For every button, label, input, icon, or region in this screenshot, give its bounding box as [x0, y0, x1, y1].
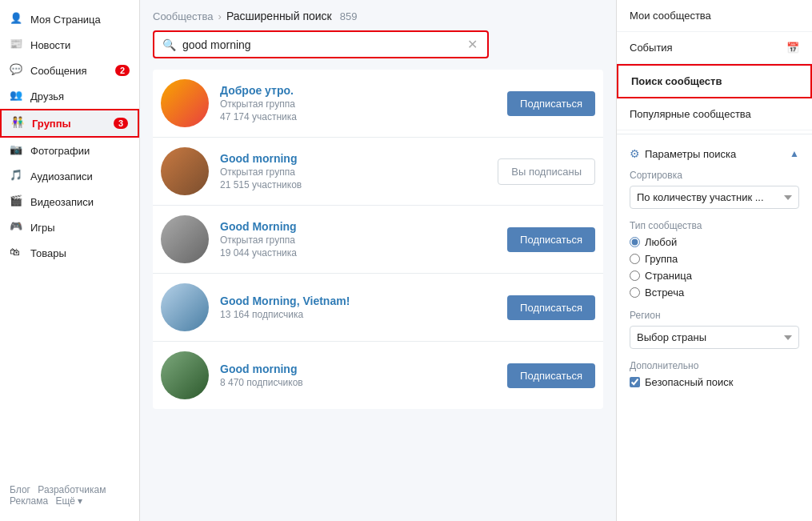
- sidebar-item-my-page[interactable]: 👤 Моя Страница: [0, 6, 139, 32]
- radio-item-any[interactable]: Любой: [630, 236, 799, 248]
- right-panel-label-events: События: [630, 42, 673, 54]
- extra-label: Дополнительно: [630, 360, 799, 371]
- sidebar-item-news[interactable]: 📰 Новости: [0, 32, 139, 58]
- footer-ads-link[interactable]: Реклама: [10, 495, 48, 507]
- params-toggle[interactable]: ▲: [790, 148, 799, 159]
- result-name-3[interactable]: Good Morning, Vietnam!: [220, 295, 499, 307]
- radio-group[interactable]: [630, 254, 640, 264]
- result-info-4: Good morning 8 470 подписчиков: [220, 363, 499, 388]
- result-item-1: Good morning Открытая группа 21 515 учас…: [153, 138, 603, 206]
- region-select[interactable]: Выбор страны: [630, 326, 799, 349]
- result-info-0: Доброе утро. Открытая группа 47 174 учас…: [220, 84, 499, 122]
- result-item-4: Good morning 8 470 подписчиков Подписать…: [153, 342, 603, 409]
- result-btn-1[interactable]: Вы подписаны: [498, 158, 595, 185]
- params-section: ⚙ Параметры поиска ▲ Сортировка По колич…: [617, 138, 812, 409]
- radio-any[interactable]: [630, 237, 640, 247]
- news-icon: 📰: [10, 38, 24, 52]
- radio-page[interactable]: [630, 271, 640, 281]
- params-title: Параметры поиска: [645, 148, 736, 160]
- footer-blog-link[interactable]: Блог: [10, 484, 30, 495]
- radio-label-any: Любой: [645, 236, 677, 248]
- main-content: Сообщества › Расширенный поиск 859 🔍 ✕ Д…: [140, 0, 616, 521]
- sort-select[interactable]: По количеству участник ...: [630, 186, 799, 209]
- region-group: Регион Выбор страны: [630, 310, 799, 349]
- search-input[interactable]: [182, 38, 466, 51]
- result-name-2[interactable]: Good Morning: [220, 220, 499, 233]
- radio-label-group: Группа: [645, 253, 678, 265]
- sidebar-item-goods[interactable]: 🛍 Товары: [0, 240, 139, 266]
- result-action-1: Вы подписаны: [498, 158, 595, 185]
- result-members-3: 13 164 подписчика: [220, 309, 499, 320]
- breadcrumb-current: Расширенный поиск: [226, 10, 332, 22]
- friends-icon: 👥: [10, 89, 24, 103]
- calendar-icon: 📅: [786, 42, 799, 54]
- right-panel-label-search-communities: Поиск сообществ: [631, 75, 722, 87]
- sidebar-item-groups[interactable]: 👫 Группы 3: [0, 109, 139, 138]
- type-label: Тип сообщества: [630, 220, 799, 231]
- result-type-0: Открытая группа: [220, 98, 499, 110]
- person-icon: 👤: [10, 12, 24, 26]
- result-item-3: Good Morning, Vietnam! 13 164 подписчика…: [153, 274, 603, 342]
- search-icon: 🔍: [162, 38, 176, 51]
- result-avatar-4: [161, 351, 209, 399]
- footer-dev-link[interactable]: Разработчикам: [38, 484, 106, 495]
- radio-event[interactable]: [630, 287, 640, 298]
- result-type-2: Открытая группа: [220, 234, 499, 246]
- result-action-4: Подписаться: [507, 363, 595, 388]
- result-item-0: Доброе утро. Открытая группа 47 174 учас…: [153, 70, 603, 138]
- search-clear-icon[interactable]: ✕: [466, 37, 479, 52]
- type-radio-group: Любой Группа Страница Встреча: [630, 236, 799, 299]
- right-panel-item-events[interactable]: События 📅: [617, 32, 812, 64]
- sidebar-label-video: Видеозаписи: [30, 196, 130, 208]
- result-name-0[interactable]: Доброе утро.: [220, 84, 499, 97]
- right-panel-label-my-communities: Мои сообщества: [630, 10, 711, 22]
- result-btn-2[interactable]: Подписаться: [507, 227, 595, 252]
- sidebar-label-friends: Друзья: [30, 90, 130, 102]
- sidebar-item-video[interactable]: 🎬 Видеозаписи: [0, 189, 139, 214]
- sidebar-item-photos[interactable]: 📷 Фотографии: [0, 138, 139, 163]
- result-action-0: Подписаться: [507, 91, 595, 116]
- result-avatar-2: [161, 215, 209, 263]
- region-label: Регион: [630, 310, 799, 321]
- result-btn-0[interactable]: Подписаться: [507, 91, 595, 116]
- sidebar-item-messages[interactable]: 💬 Сообщения 2: [0, 58, 139, 83]
- sidebar-item-audio[interactable]: 🎵 Аудиозаписи: [0, 163, 139, 189]
- radio-item-group[interactable]: Группа: [630, 253, 799, 265]
- breadcrumb-parent[interactable]: Сообщества: [153, 10, 214, 22]
- goods-icon: 🛍: [10, 246, 24, 260]
- radio-item-page[interactable]: Страница: [630, 270, 799, 282]
- result-members-1: 21 515 участников: [220, 179, 490, 190]
- sidebar-badge-groups: 3: [114, 118, 128, 129]
- safe-search-checkbox[interactable]: Безопасный поиск: [630, 376, 799, 388]
- sidebar-footer: Блог Разработчикам Реклама Ещё ▾: [0, 476, 139, 515]
- photo-icon: 📷: [10, 143, 24, 158]
- sidebar-label-goods: Товары: [30, 247, 130, 259]
- right-panel-item-my-communities[interactable]: Мои сообщества: [617, 0, 812, 32]
- result-action-3: Подписаться: [507, 295, 595, 320]
- sidebar-label-photos: Фотографии: [30, 145, 130, 157]
- sidebar-label-messages: Сообщения: [30, 65, 115, 77]
- sort-group: Сортировка По количеству участник ...: [630, 170, 799, 209]
- search-box: 🔍 ✕: [153, 30, 489, 58]
- sidebar-item-games[interactable]: 🎮 Игры: [0, 214, 139, 240]
- sidebar-label-games: Игры: [30, 222, 130, 234]
- result-name-1[interactable]: Good morning: [220, 152, 490, 165]
- sort-label: Сортировка: [630, 170, 799, 181]
- footer-more-link[interactable]: Ещё ▾: [55, 495, 82, 507]
- safe-search-input[interactable]: [630, 377, 640, 387]
- sidebar-label-my-page: Моя Страница: [30, 14, 130, 26]
- type-group: Тип сообщества Любой Группа Страница Вст…: [630, 220, 799, 299]
- radio-item-event[interactable]: Встреча: [630, 287, 799, 299]
- result-name-4[interactable]: Good morning: [220, 363, 499, 375]
- sidebar: 👤 Моя Страница 📰 Новости 💬 Сообщения 2 👥…: [0, 0, 140, 521]
- result-members-4: 8 470 подписчиков: [220, 377, 499, 388]
- right-panel-item-search-communities[interactable]: Поиск сообществ: [617, 64, 812, 98]
- result-btn-3[interactable]: Подписаться: [507, 295, 595, 320]
- breadcrumb: Сообщества › Расширенный поиск 859: [153, 10, 603, 22]
- radio-label-page: Страница: [645, 270, 692, 282]
- result-btn-4[interactable]: Подписаться: [507, 363, 595, 388]
- sidebar-item-friends[interactable]: 👥 Друзья: [0, 83, 139, 109]
- right-panel-item-popular[interactable]: Популярные сообщества: [617, 98, 812, 130]
- result-action-2: Подписаться: [507, 227, 595, 252]
- message-icon: 💬: [10, 63, 24, 78]
